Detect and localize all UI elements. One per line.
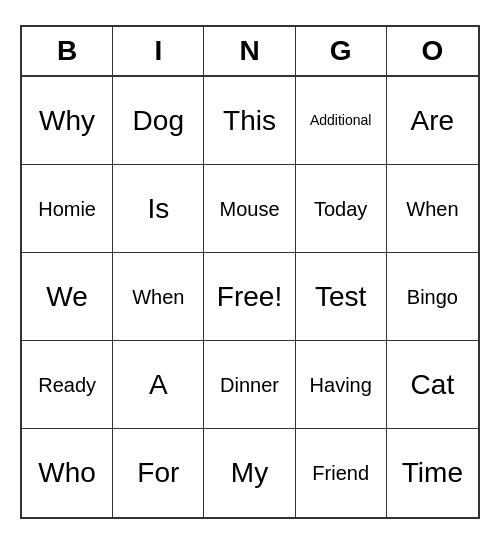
- cell-text-r3-c3: Having: [310, 373, 372, 397]
- cell-r2-c3: Test: [296, 253, 387, 341]
- header-letter-N: N: [204, 27, 295, 75]
- cell-r2-c0: We: [22, 253, 113, 341]
- cell-r4-c3: Friend: [296, 429, 387, 517]
- cell-text-r4-c2: My: [231, 456, 268, 490]
- cell-r1-c0: Homie: [22, 165, 113, 253]
- cell-r4-c0: Who: [22, 429, 113, 517]
- bingo-header: BINGO: [22, 27, 478, 77]
- cell-text-r0-c4: Are: [411, 104, 455, 138]
- cell-text-r4-c3: Friend: [312, 461, 369, 485]
- cell-text-r2-c0: We: [46, 280, 88, 314]
- cell-text-r4-c4: Time: [402, 456, 463, 490]
- cell-r1-c3: Today: [296, 165, 387, 253]
- bingo-grid: WhyDogThisAdditionalAreHomieIsMouseToday…: [22, 77, 478, 517]
- header-letter-I: I: [113, 27, 204, 75]
- header-letter-O: O: [387, 27, 478, 75]
- cell-r2-c4: Bingo: [387, 253, 478, 341]
- header-letter-B: B: [22, 27, 113, 75]
- cell-r4-c2: My: [204, 429, 295, 517]
- cell-r3-c0: Ready: [22, 341, 113, 429]
- cell-text-r3-c0: Ready: [38, 373, 96, 397]
- cell-text-r0-c3: Additional: [310, 112, 372, 129]
- cell-text-r1-c3: Today: [314, 197, 367, 221]
- cell-r4-c4: Time: [387, 429, 478, 517]
- cell-text-r0-c1: Dog: [133, 104, 184, 138]
- bingo-card: BINGO WhyDogThisAdditionalAreHomieIsMous…: [20, 25, 480, 519]
- cell-text-r3-c4: Cat: [411, 368, 455, 402]
- cell-text-r2-c4: Bingo: [407, 285, 458, 309]
- cell-text-r4-c0: Who: [38, 456, 96, 490]
- cell-text-r1-c1: Is: [147, 192, 169, 226]
- cell-r0-c0: Why: [22, 77, 113, 165]
- cell-text-r2-c2: Free!: [217, 280, 282, 314]
- cell-r2-c2: Free!: [204, 253, 295, 341]
- cell-r0-c1: Dog: [113, 77, 204, 165]
- cell-text-r3-c2: Dinner: [220, 373, 279, 397]
- cell-text-r1-c0: Homie: [38, 197, 96, 221]
- cell-r1-c4: When: [387, 165, 478, 253]
- cell-text-r0-c0: Why: [39, 104, 95, 138]
- cell-text-r2-c3: Test: [315, 280, 366, 314]
- header-letter-G: G: [296, 27, 387, 75]
- cell-text-r1-c4: When: [406, 197, 458, 221]
- cell-r0-c4: Are: [387, 77, 478, 165]
- cell-text-r0-c2: This: [223, 104, 276, 138]
- cell-r2-c1: When: [113, 253, 204, 341]
- cell-r3-c4: Cat: [387, 341, 478, 429]
- cell-r3-c2: Dinner: [204, 341, 295, 429]
- cell-text-r2-c1: When: [132, 285, 184, 309]
- cell-r1-c2: Mouse: [204, 165, 295, 253]
- cell-r1-c1: Is: [113, 165, 204, 253]
- cell-r4-c1: For: [113, 429, 204, 517]
- cell-text-r1-c2: Mouse: [219, 197, 279, 221]
- cell-r0-c2: This: [204, 77, 295, 165]
- cell-text-r4-c1: For: [137, 456, 179, 490]
- cell-r3-c3: Having: [296, 341, 387, 429]
- cell-r0-c3: Additional: [296, 77, 387, 165]
- cell-r3-c1: A: [113, 341, 204, 429]
- cell-text-r3-c1: A: [149, 368, 168, 402]
